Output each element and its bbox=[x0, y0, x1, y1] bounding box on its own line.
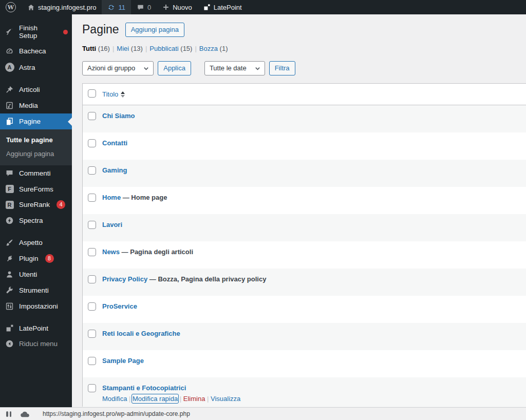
wrench-icon bbox=[5, 286, 14, 295]
updates-menu[interactable]: 11 bbox=[102, 0, 131, 14]
table-row: News — Pagina degli articoli bbox=[83, 241, 526, 269]
row-action-elimina[interactable]: Elimina bbox=[183, 395, 205, 403]
sidebar-item-label: Astra bbox=[19, 64, 35, 71]
page-title-link[interactable]: News bbox=[102, 248, 120, 256]
chevron-down-icon bbox=[143, 66, 149, 71]
sidebar-item-spectra[interactable]: Spectra bbox=[0, 213, 72, 228]
media-icon bbox=[5, 101, 14, 110]
row-checkbox[interactable] bbox=[88, 112, 96, 120]
sidebar-submenu: Tutte le pagineAggiungi pagina bbox=[0, 129, 72, 165]
sidebar-item-media[interactable]: Media bbox=[0, 98, 72, 113]
post-state-label: — Pagina degli articoli bbox=[122, 248, 193, 256]
latepoint-menu[interactable]: LatePoint bbox=[198, 0, 248, 14]
page-title: Pagine bbox=[82, 23, 119, 37]
latepoint-icon bbox=[5, 324, 14, 332]
comments-menu[interactable]: 0 bbox=[131, 0, 157, 14]
comment-bubble-icon bbox=[137, 4, 144, 11]
sidebar-item-label: Spectra bbox=[19, 217, 43, 224]
view-link[interactable]: Tutti bbox=[82, 45, 96, 52]
page-title-link[interactable]: Sample Page bbox=[102, 357, 144, 365]
sidebar-item-surerank[interactable]: RSureRank4 bbox=[0, 197, 72, 213]
status-url: https://staging.infogest.pro/wp-admin/up… bbox=[43, 410, 190, 417]
select-all-checkbox[interactable] bbox=[88, 89, 96, 98]
view-filter-pubblicati[interactable]: Pubblicati (15) bbox=[149, 45, 192, 52]
view-filter-tutti[interactable]: Tutti (16) bbox=[82, 45, 110, 52]
page-title-link[interactable]: Contatti bbox=[102, 139, 127, 147]
sort-arrows-icon bbox=[121, 91, 125, 98]
sidebar-item-latepoint[interactable]: LatePoint bbox=[0, 320, 72, 336]
row-checkbox[interactable] bbox=[88, 330, 96, 338]
row-action-modifica-rapida[interactable]: Modifica rapida bbox=[133, 395, 178, 403]
sidebar-subitem-aggiungi-pagina[interactable]: Aggiungi pagina bbox=[0, 147, 72, 161]
page-title-link[interactable]: Gaming bbox=[102, 166, 127, 174]
filter-button[interactable]: Filtra bbox=[269, 61, 295, 75]
sidebar-item-strumenti[interactable]: Strumenti bbox=[0, 282, 72, 298]
sidebar-item-finish-setup[interactable]: Finish Setup bbox=[0, 21, 72, 43]
page-title-link[interactable]: Privacy Policy bbox=[102, 275, 147, 283]
sidebar-item-utenti[interactable]: Utenti bbox=[0, 266, 72, 282]
sidebar-item-sureforms[interactable]: FSureForms bbox=[0, 181, 72, 197]
row-checkbox[interactable] bbox=[88, 275, 96, 283]
sidebar-item-label: Riduci menu bbox=[19, 340, 58, 348]
rocket-icon bbox=[5, 28, 14, 36]
action-separator: | bbox=[205, 395, 211, 403]
admin-bar: W staging.infogest.pro 11 0 Nuovo LatePo… bbox=[0, 0, 526, 14]
row-action-visualizza[interactable]: Visualizza bbox=[211, 395, 240, 403]
wp-logo-menu[interactable]: W bbox=[0, 0, 22, 14]
sidebar-item-riduci-menu[interactable]: Riduci menu bbox=[0, 336, 72, 352]
add-page-button[interactable]: Aggiungi pagina bbox=[125, 23, 184, 37]
sidebar-item-articoli[interactable]: Articoli bbox=[0, 82, 72, 98]
page-title-link[interactable]: Lavori bbox=[102, 221, 122, 228]
status-bar: https://staging.infogest.pro/wp-admin/up… bbox=[0, 407, 526, 420]
page-title-link[interactable]: Chi Siamo bbox=[102, 112, 135, 120]
astra-icon: A bbox=[5, 63, 14, 72]
sidebar-item-astra[interactable]: AAstra bbox=[0, 59, 72, 75]
view-link[interactable]: Bozza bbox=[199, 45, 218, 52]
sidebar-item-plugin[interactable]: Plugin8 bbox=[0, 251, 72, 266]
row-checkbox[interactable] bbox=[88, 384, 96, 392]
page-title-link[interactable]: ProService bbox=[102, 302, 137, 310]
row-checkbox[interactable] bbox=[88, 194, 96, 202]
bulk-actions-select[interactable]: Azioni di gruppo bbox=[82, 61, 154, 75]
sidebar-subitem-tutte-le-pagine[interactable]: Tutte le pagine bbox=[0, 133, 72, 147]
view-filter-bozza[interactable]: Bozza (1) bbox=[199, 45, 228, 52]
view-filter-miei[interactable]: Miei (13) bbox=[117, 45, 143, 52]
row-checkbox[interactable] bbox=[88, 302, 96, 311]
sidebar-item-label: Media bbox=[19, 102, 38, 109]
plug-icon bbox=[5, 254, 14, 263]
sort-by-title-link[interactable]: Titolo bbox=[102, 90, 125, 98]
row-checkbox[interactable] bbox=[88, 357, 96, 365]
new-content-menu[interactable]: Nuovo bbox=[157, 0, 198, 14]
row-checkbox[interactable] bbox=[88, 166, 96, 175]
sidebar-item-label: Aspetto bbox=[19, 239, 43, 246]
comments-count: 0 bbox=[147, 4, 151, 11]
count-badge: 4 bbox=[57, 200, 65, 209]
table-row: Stampanti e FotocopiatriciModifica | Mod… bbox=[83, 377, 526, 407]
page-title-link[interactable]: Reti locali e Geografiche bbox=[102, 330, 180, 337]
sidebar-item-pagine[interactable]: Pagine bbox=[0, 113, 72, 129]
row-checkbox[interactable] bbox=[88, 221, 96, 229]
apply-button[interactable]: Applica bbox=[158, 61, 191, 75]
page-title-link[interactable]: Home bbox=[102, 194, 121, 201]
menu-gap bbox=[0, 314, 72, 320]
row-checkbox[interactable] bbox=[88, 248, 96, 256]
main-content: Pagine Aggiungi pagina Tutti (16)|Miei (… bbox=[72, 14, 526, 407]
date-filter-select[interactable]: Tutte le date bbox=[204, 61, 265, 75]
latepoint-icon bbox=[203, 4, 211, 11]
menu-gap bbox=[0, 75, 72, 82]
sidebar-item-label: SureForms bbox=[19, 185, 53, 193]
users-icon bbox=[5, 270, 14, 279]
sidebar-item-aspetto[interactable]: Aspetto bbox=[0, 235, 72, 251]
page-title-link[interactable]: Stampanti e Fotocopiatrici bbox=[102, 384, 186, 392]
view-link[interactable]: Miei bbox=[117, 45, 129, 52]
sidebar-item-commenti[interactable]: Commenti bbox=[0, 165, 72, 181]
row-actions: Modifica | Modifica rapida | Elimina | V… bbox=[102, 395, 521, 403]
site-name-menu[interactable]: staging.infogest.pro bbox=[22, 0, 102, 14]
row-checkbox[interactable] bbox=[88, 139, 96, 147]
action-separator: | bbox=[178, 395, 183, 403]
updates-count: 11 bbox=[118, 4, 125, 11]
sidebar-item-impostazioni[interactable]: Impostazioni bbox=[0, 298, 72, 314]
row-action-modifica[interactable]: Modifica bbox=[102, 395, 127, 403]
sidebar-item-bacheca[interactable]: Bacheca bbox=[0, 43, 72, 59]
view-link[interactable]: Pubblicati bbox=[149, 45, 178, 52]
